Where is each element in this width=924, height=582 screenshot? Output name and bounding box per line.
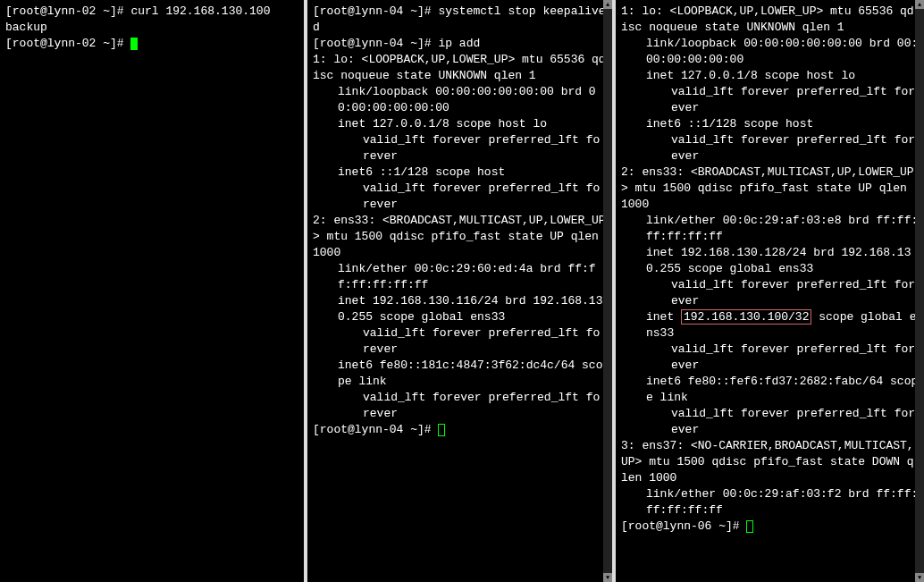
inet6-info: inet6 ::1/128 scope host xyxy=(621,116,919,132)
inet-prefix: inet xyxy=(646,310,681,324)
lft-info: valid_lft forever preferred_lft forever xyxy=(621,84,919,116)
prompt-text: [root@lynn-04 ~]# xyxy=(313,37,438,50)
lft-info: valid_lft forever preferred_lft forever xyxy=(313,390,607,422)
terminal-line: [root@lynn-04 ~]# ip add xyxy=(313,36,607,52)
interface-header: 1: lo: <LOOPBACK,UP,LOWER_UP> mtu 65536 … xyxy=(621,4,919,36)
interface-header: 1: lo: <LOOPBACK,UP,LOWER_UP> mtu 65536 … xyxy=(313,52,607,84)
lft-info: valid_lft forever preferred_lft forever xyxy=(313,181,607,213)
scrollbar-up-icon[interactable]: ▲ xyxy=(915,0,924,9)
cursor-icon xyxy=(438,424,445,436)
command-text: ip add xyxy=(438,37,480,50)
cursor-icon xyxy=(130,38,138,50)
interface-header: 3: ens37: <NO-CARRIER,BROADCAST,MULTICAS… xyxy=(621,438,919,486)
prompt-text: [root@lynn-04 ~]# xyxy=(313,423,438,436)
inet-info: inet 127.0.0.1/8 scope host lo xyxy=(621,68,919,84)
terminal-line: [root@lynn-04 ~]# systemctl stop keepali… xyxy=(313,4,607,36)
scrollbar-up-icon[interactable]: ▲ xyxy=(603,0,612,9)
inet-info: inet 192.168.130.116/24 brd 192.168.130.… xyxy=(313,293,607,325)
link-info: link/ether 00:0c:29:af:03:f2 brd ff:ff:f… xyxy=(621,486,919,519)
scrollbar[interactable]: ▲ ▼ xyxy=(915,0,924,582)
lft-info: valid_lft forever preferred_lft forever xyxy=(621,132,919,164)
link-info: link/ether 00:0c:29:af:03:e8 brd ff:ff:f… xyxy=(621,213,919,245)
inet-info: inet 127.0.0.1/8 scope host lo xyxy=(313,116,607,132)
terminal-line: [root@lynn-02 ~]# xyxy=(5,36,298,52)
lft-info: valid_lft forever preferred_lft forever xyxy=(621,406,919,438)
lft-info: valid_lft forever preferred_lft forever xyxy=(621,342,919,374)
terminal-line: [root@lynn-04 ~]# xyxy=(313,422,607,438)
interface-header: 2: ens33: <BROADCAST,MULTICAST,UP,LOWER_… xyxy=(621,164,919,213)
terminal-line: [root@lynn-06 ~]# xyxy=(621,519,919,535)
terminal-pane-middle[interactable]: [root@lynn-04 ~]# systemctl stop keepali… xyxy=(307,0,616,582)
inet6-info: inet6 ::1/128 scope host xyxy=(313,164,607,181)
vip-address-highlighted: 192.168.130.100/32 xyxy=(681,309,811,325)
command-text: curl 192.168.130.100 xyxy=(130,4,270,18)
scrollbar-down-icon[interactable]: ▼ xyxy=(603,573,612,582)
prompt-text: [root@lynn-06 ~]# xyxy=(621,519,746,533)
vip-line: inet 192.168.130.100/32 scope global ens… xyxy=(621,309,919,342)
inet-info: inet 192.168.130.128/24 brd 192.168.130.… xyxy=(621,245,919,277)
interface-header: 2: ens33: <BROADCAST,MULTICAST,UP,LOWER_… xyxy=(313,213,607,261)
lft-info: valid_lft forever preferred_lft forever xyxy=(313,132,607,164)
scrollbar[interactable]: ▲ ▼ xyxy=(603,0,612,582)
prompt-text: [root@lynn-02 ~]# xyxy=(5,4,130,18)
prompt-text: [root@lynn-02 ~]# xyxy=(5,37,130,50)
prompt-text: [root@lynn-04 ~]# xyxy=(313,4,438,18)
terminal-line: [root@lynn-02 ~]# curl 192.168.130.100 xyxy=(5,4,298,20)
scrollbar-track[interactable] xyxy=(603,9,612,573)
terminal-output: backup xyxy=(5,20,298,36)
scrollbar-track[interactable] xyxy=(915,9,924,573)
inet6-info: inet6 fe80::181c:4847:3f62:dc4c/64 scope… xyxy=(313,358,607,390)
terminal-pane-right[interactable]: 1: lo: <LOOPBACK,UP,LOWER_UP> mtu 65536 … xyxy=(616,0,924,582)
scrollbar-down-icon[interactable]: ▼ xyxy=(915,573,924,582)
lft-info: valid_lft forever preferred_lft forever xyxy=(313,325,607,358)
inet6-info: inet6 fe80::fef6:fd37:2682:fabc/64 scope… xyxy=(621,374,919,406)
link-info: link/loopback 00:00:00:00:00:00 brd 00:0… xyxy=(313,84,607,116)
terminal-pane-left[interactable]: [root@lynn-02 ~]# curl 192.168.130.100 b… xyxy=(0,0,307,582)
lft-info: valid_lft forever preferred_lft forever xyxy=(621,277,919,309)
cursor-icon xyxy=(746,520,753,533)
link-info: link/ether 00:0c:29:60:ed:4a brd ff:ff:f… xyxy=(313,261,607,293)
link-info: link/loopback 00:00:00:00:00:00 brd 00:0… xyxy=(621,36,919,68)
